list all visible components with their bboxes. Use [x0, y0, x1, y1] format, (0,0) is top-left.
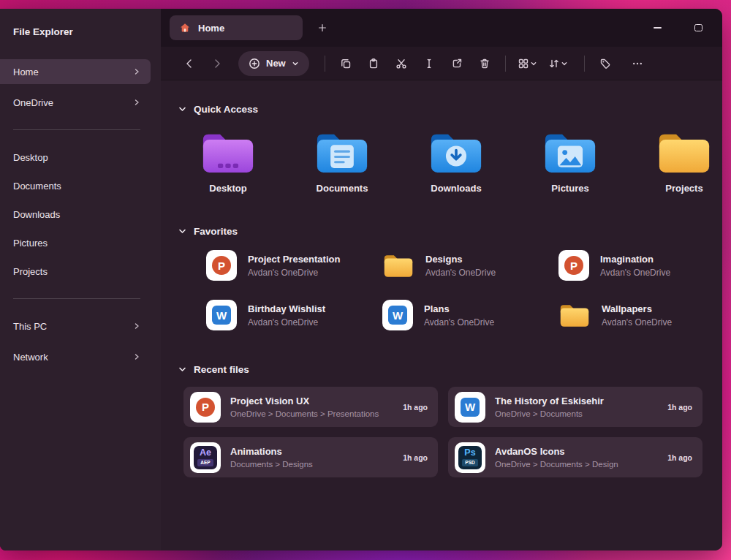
quick-access-label: Documents [317, 183, 368, 194]
chevron-down-icon [292, 60, 299, 67]
projects-folder-icon [656, 128, 713, 176]
powerpoint-logo: P [212, 256, 231, 275]
delete-button[interactable] [471, 51, 499, 76]
favorite-item[interactable]: P Imagination Avdan's OneDrive [558, 250, 722, 281]
new-tab-button[interactable] [311, 17, 333, 39]
maximize-button[interactable] [689, 18, 708, 37]
quick-access-label: Downloads [431, 183, 481, 194]
tag-button[interactable] [591, 51, 619, 76]
favorite-item[interactable]: P Project Presentation Avdan's OneDrive [206, 250, 382, 281]
sidebar-item-documents[interactable]: Documents [0, 173, 151, 199]
paste-icon [368, 58, 379, 69]
quick-access-item-projects[interactable]: Projects [648, 128, 721, 194]
favorite-location: Avdan's OneDrive [425, 268, 496, 278]
favorite-name: Plans [424, 303, 494, 314]
favorite-item[interactable]: W Birthday Wishlist Avdan's OneDrive [206, 300, 382, 330]
recent-file-card[interactable]: Ps PSD AvdanOS Icons OneDrive > Document… [448, 437, 702, 477]
chevron-right-icon [133, 322, 140, 330]
tab-home[interactable]: Home [170, 15, 303, 40]
favorite-location: Avdan's OneDrive [248, 317, 325, 328]
share-button[interactable] [443, 51, 471, 76]
recent-file-card[interactable]: P Project Vision UX OneDrive > Documents… [183, 387, 438, 427]
trash-icon [479, 58, 491, 69]
recent-file-card[interactable]: Ae AEP Animations Documents > Designs 1h… [183, 437, 438, 477]
photoshop-file-icon: Ps PSD [455, 442, 485, 473]
powerpoint-logo: P [564, 256, 583, 275]
favorite-name: Wallpapers [602, 303, 672, 314]
sidebar-item-desktop[interactable]: Desktop [0, 144, 151, 170]
chevron-down-icon[interactable] [561, 60, 568, 67]
favorite-item[interactable]: W Plans Avdan's OneDrive [382, 300, 558, 330]
new-button[interactable]: New [238, 51, 309, 76]
back-button[interactable] [175, 51, 203, 76]
copy-button[interactable] [332, 51, 360, 76]
powerpoint-logo: P [196, 398, 215, 417]
toolbar-divider [584, 56, 585, 72]
word-logo: W [388, 306, 407, 325]
sidebar-item-label: Downloads [13, 209, 60, 220]
sidebar-item-label: Documents [13, 181, 61, 192]
quick-access-label: Desktop [209, 183, 246, 194]
sidebar-item-this-pc[interactable]: This PC [0, 314, 151, 338]
quick-access-item-downloads[interactable]: Downloads [420, 128, 493, 194]
cut-button[interactable] [387, 51, 415, 76]
more-options-button[interactable] [624, 51, 651, 76]
recent-file-card[interactable]: W The History of Eskisehir OneDrive > Do… [448, 387, 702, 427]
recent-file-name: Animations [230, 446, 313, 457]
word-file-icon: W [206, 300, 237, 330]
word-file-icon: W [455, 392, 485, 423]
toolbar: New [161, 47, 722, 80]
sidebar-item-network[interactable]: Network [0, 344, 151, 369]
paste-button[interactable] [360, 51, 387, 76]
word-file-icon: W [382, 300, 413, 330]
photoshop-logo: Ps [464, 448, 475, 458]
forward-button[interactable] [203, 51, 231, 76]
rename-button[interactable] [415, 51, 443, 76]
quick-access-item-pictures[interactable]: Pictures [534, 128, 607, 194]
quick-access-label: Pictures [551, 183, 588, 194]
cut-icon [395, 58, 407, 69]
section-favorites: Favorites P Project Presentation Avdan's… [178, 226, 722, 330]
chevron-down-icon [178, 105, 186, 113]
sidebar-item-projects[interactable]: Projects [0, 258, 151, 284]
maximize-icon [694, 24, 702, 31]
grid-view-icon [518, 58, 529, 69]
sort-icon [548, 58, 560, 69]
quick-access-item-desktop[interactable]: Desktop [192, 128, 265, 194]
plus-icon [317, 23, 327, 33]
recent-file-path: OneDrive > Documents [495, 409, 604, 418]
plus-circle-icon [249, 58, 260, 69]
powerpoint-file-icon: P [558, 250, 589, 281]
recent-file-path: Documents > Designs [230, 460, 313, 469]
favorite-location: Avdan's OneDrive [424, 317, 494, 328]
forward-icon [211, 58, 223, 69]
favorite-item[interactable]: Designs Avdan's OneDrive [382, 250, 558, 281]
section-header-recent-files[interactable]: Recent files [178, 364, 722, 375]
recent-file-path: OneDrive > Documents > Presentations [230, 409, 379, 418]
favorite-name: Project Presentation [248, 254, 340, 265]
folder-icon [558, 301, 591, 329]
tag-icon [599, 58, 611, 69]
home-icon [179, 22, 191, 34]
chevron-down-icon[interactable] [530, 60, 537, 67]
new-button-label: New [266, 58, 286, 69]
favorite-item[interactable]: Wallpapers Avdan's OneDrive [558, 300, 722, 330]
chevron-down-icon [178, 227, 186, 235]
sidebar-item-label: OneDrive [13, 97, 53, 108]
section-header-favorites[interactable]: Favorites [178, 226, 722, 237]
documents-folder-icon [314, 128, 371, 176]
section-header-quick-access[interactable]: Quick Access [178, 104, 722, 115]
tab-bar: Home [161, 9, 722, 47]
sidebar-item-pictures[interactable]: Pictures [0, 230, 151, 256]
sidebar-item-label: Home [13, 67, 39, 77]
sidebar-item-home[interactable]: Home [0, 59, 151, 84]
quick-access-item-documents[interactable]: Documents [306, 128, 379, 194]
chevron-right-icon [133, 68, 140, 75]
sidebar-item-downloads[interactable]: Downloads [0, 201, 151, 227]
minimize-button[interactable] [648, 18, 667, 37]
after-effects-logo: Ae [200, 448, 211, 458]
favorite-name: Imagination [600, 254, 670, 265]
file-extension-badge: AEP [197, 459, 213, 466]
sidebar-item-onedrive[interactable]: OneDrive [0, 90, 151, 115]
recent-file-name: AvdanOS Icons [495, 446, 618, 457]
